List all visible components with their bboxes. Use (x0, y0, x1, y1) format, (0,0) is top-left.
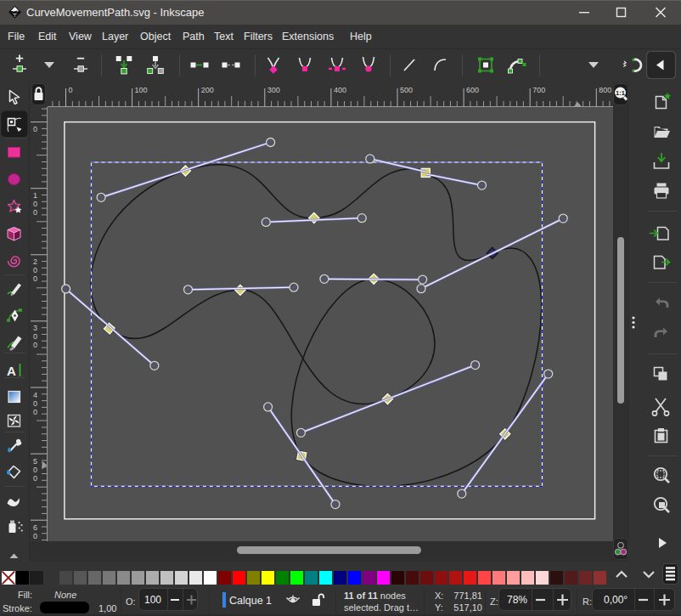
svg-text:0: 0 (33, 266, 37, 274)
svg-text:0: 0 (33, 474, 37, 483)
svg-text:0: 0 (33, 532, 37, 540)
svg-text:4: 4 (33, 391, 37, 399)
svg-text:0: 0 (33, 274, 37, 283)
svg-text:700: 700 (532, 86, 545, 94)
svg-text:6: 6 (33, 523, 37, 532)
svg-text:0: 0 (33, 200, 37, 208)
svg-text:0: 0 (33, 332, 37, 341)
svg-text:0: 0 (33, 125, 37, 133)
svg-text:5: 5 (33, 457, 37, 466)
svg-text:3: 3 (33, 324, 37, 332)
svg-text:0: 0 (33, 408, 37, 416)
svg-text:800: 800 (599, 86, 611, 94)
svg-text:200: 200 (201, 86, 214, 94)
svg-text:600: 600 (466, 86, 479, 94)
svg-text:400: 400 (334, 86, 346, 94)
svg-text:100: 100 (135, 86, 148, 94)
svg-text:500: 500 (400, 86, 413, 94)
svg-text:2: 2 (33, 257, 37, 266)
svg-text:1:1: 1:1 (616, 89, 625, 97)
svg-text:0: 0 (33, 341, 37, 349)
svg-text:1: 1 (33, 191, 37, 200)
svg-text:300: 300 (267, 86, 280, 94)
svg-text:0: 0 (33, 399, 37, 408)
svg-text:0: 0 (33, 208, 37, 217)
svg-text:A: A (7, 364, 16, 378)
svg-text:0: 0 (33, 466, 37, 474)
svg-text:0: 0 (69, 86, 73, 94)
